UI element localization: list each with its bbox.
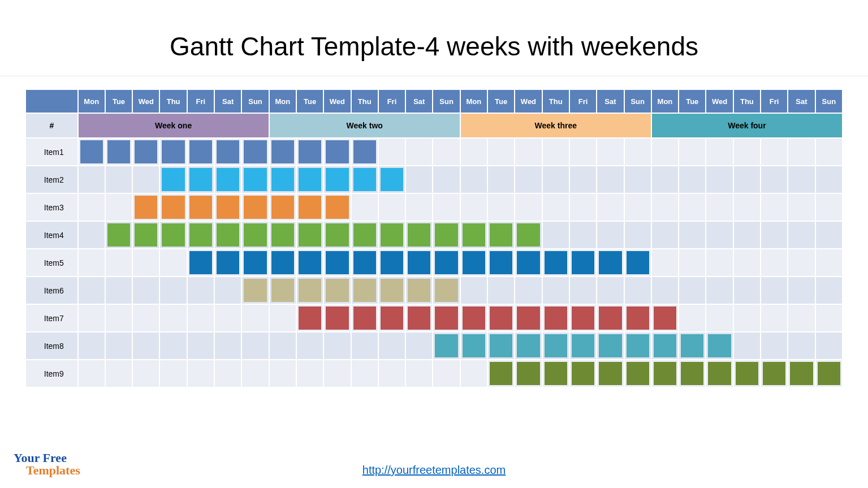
gantt-bar (599, 306, 621, 330)
gantt-cell (734, 332, 760, 359)
gantt-cell (597, 360, 623, 387)
gantt-bar (708, 334, 731, 357)
gantt-cell (133, 305, 159, 331)
gantt-cell (461, 277, 487, 304)
gantt-cell (679, 277, 705, 304)
gantt-bar (189, 251, 212, 274)
gantt-bar (681, 334, 703, 357)
gantt-bar (299, 251, 321, 274)
gantt-cell (406, 194, 432, 221)
gantt-cell (406, 166, 432, 193)
gantt-bar (572, 251, 594, 274)
page-title: Gantt Chart Template-4 weeks with weeken… (0, 0, 868, 76)
gantt-cell (515, 166, 541, 193)
gantt-cell (79, 249, 105, 276)
gantt-cell (734, 249, 760, 276)
gantt-bar (818, 362, 840, 385)
gantt-cell (433, 277, 459, 304)
footer-link[interactable]: http://yourfreetemplates.com (362, 464, 506, 476)
gantt-bar (353, 168, 376, 191)
gantt-cell (597, 194, 623, 221)
gantt-cell (461, 305, 487, 331)
gantt-cell (406, 249, 432, 276)
gantt-cell (406, 305, 432, 331)
gantt-cell (816, 166, 842, 193)
gantt-cell (679, 249, 705, 276)
gantt-cell (324, 277, 350, 304)
gantt-bar (353, 140, 376, 163)
corner-cell (26, 90, 77, 113)
gantt-bar (463, 223, 485, 247)
gantt-cell (816, 249, 842, 276)
gantt-cell (160, 194, 186, 221)
gantt-cell (706, 277, 732, 304)
gantt-cell (816, 277, 842, 304)
gantt-bar (545, 362, 567, 385)
gantt-cell (352, 305, 378, 331)
gantt-cell (215, 332, 241, 359)
gantt-cell (625, 194, 651, 221)
gantt-cell (761, 139, 787, 165)
gantt-cell (461, 360, 487, 387)
gantt-bar (244, 251, 266, 274)
gantt-cell (788, 194, 814, 221)
gantt-cell (133, 249, 159, 276)
gantt-bar (353, 279, 376, 302)
logo: Your Free Templates (14, 452, 80, 477)
gantt-cell (215, 277, 241, 304)
gantt-bar (381, 251, 403, 274)
gantt-cell (788, 222, 814, 248)
gantt-cell (133, 277, 159, 304)
gantt-bar (271, 251, 294, 274)
gantt-cell (488, 360, 514, 387)
gantt-cell (488, 166, 514, 193)
gantt-bar (299, 223, 321, 247)
gantt-cell (706, 222, 732, 248)
day-header: Sun (433, 90, 459, 113)
gantt-cell (433, 139, 459, 165)
gantt-cell (433, 194, 459, 221)
gantt-cell (597, 277, 623, 304)
gantt-cell (515, 222, 541, 248)
gantt-cell (652, 139, 678, 165)
gantt-cell (242, 277, 268, 304)
day-header: Sat (597, 90, 623, 113)
gantt-cell (79, 166, 105, 193)
gantt-cell (652, 277, 678, 304)
gantt-cell (433, 360, 459, 387)
gantt-bar (763, 362, 785, 385)
gantt-cell (706, 194, 732, 221)
day-header: Mon (270, 90, 296, 113)
gantt-bar (135, 223, 157, 247)
gantt-cell (188, 222, 214, 248)
gantt-cell (133, 166, 159, 193)
gantt-cell (761, 360, 787, 387)
gantt-cell (379, 360, 405, 387)
gantt-bar (572, 362, 594, 385)
gantt-cell (379, 194, 405, 221)
gantt-cell (543, 194, 569, 221)
gantt-bar (435, 251, 457, 274)
gantt-cell (160, 249, 186, 276)
gantt-cell (215, 222, 241, 248)
gantt-cell (106, 222, 132, 248)
gantt-cell (133, 332, 159, 359)
gantt-bar (271, 279, 294, 302)
gantt-cell (352, 222, 378, 248)
gantt-bar (353, 306, 376, 330)
gantt-cell (597, 222, 623, 248)
gantt-cell (597, 166, 623, 193)
footer: http://yourfreetemplates.com (0, 464, 868, 477)
gantt-cell (543, 139, 569, 165)
gantt-cell (816, 222, 842, 248)
gantt-cell (734, 305, 760, 331)
gantt-cell (788, 305, 814, 331)
gantt-bar (244, 223, 266, 247)
gantt-cell (734, 277, 760, 304)
gantt-cell (188, 194, 214, 221)
day-header: Sun (242, 90, 268, 113)
gantt-cell (406, 277, 432, 304)
gantt-cell (188, 360, 214, 387)
week-header: Week four (652, 114, 842, 137)
gantt-cell (570, 360, 596, 387)
